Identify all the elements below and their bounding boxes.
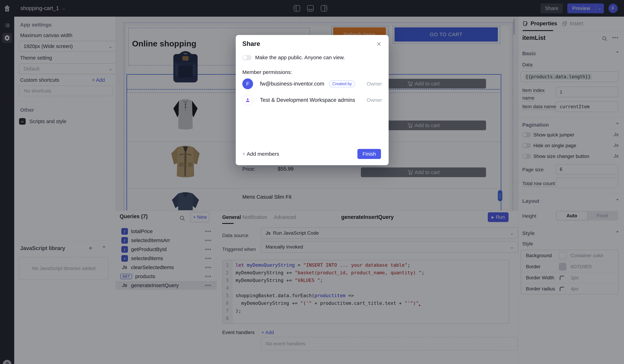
share-dialog: Share ✕ Make the app public. Anyone can …: [236, 35, 389, 165]
member-name: fw@business-inventor.com: [260, 81, 324, 87]
member-permissions-label: Member permissions:: [242, 69, 292, 75]
member-role[interactable]: Owner: [366, 81, 382, 87]
app-root: shopping-cart_1 ⌄ Share Preview ⌄ F: [0, 0, 624, 364]
add-members-link[interactable]: +Add members: [242, 151, 279, 157]
toggle-knob: [243, 56, 247, 60]
member-avatar: F: [242, 78, 253, 89]
created-by-badge: Created by: [329, 80, 355, 87]
add-members-label: Add members: [247, 151, 279, 157]
close-icon[interactable]: ✕: [376, 41, 382, 48]
finish-button[interactable]: Finish: [357, 149, 381, 159]
member-name: Test & Development Workspace admins: [260, 97, 355, 103]
make-public-label: Make the app public. Anyone can view.: [255, 54, 345, 60]
dialog-title: Share: [242, 40, 260, 48]
member-avatar: [242, 95, 253, 105]
member-row: Ffw@business-inventor.comCreated byOwner: [242, 78, 382, 89]
member-role[interactable]: Owner: [366, 97, 382, 103]
plus-icon: +: [242, 151, 245, 157]
member-row: Test & Development Workspace adminsOwner: [242, 95, 382, 106]
make-public-toggle[interactable]: [242, 55, 252, 60]
